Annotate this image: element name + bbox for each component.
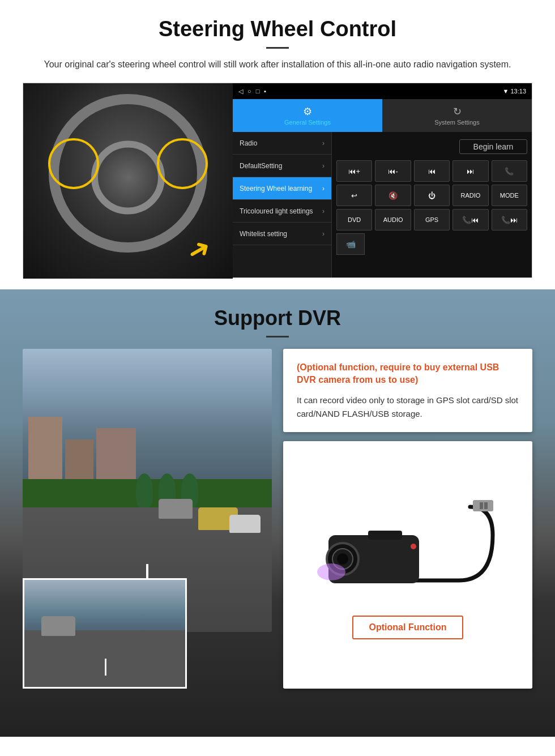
audio-button[interactable]: AUDIO — [375, 209, 411, 230]
optional-function-button[interactable]: Optional Function — [352, 616, 464, 639]
dvd-button[interactable]: DVD — [336, 209, 372, 230]
android-status-bar: ◁ ○ □ ▪ ▼ 13:13 — [233, 83, 532, 99]
menu-item-tricoloured[interactable]: Tricoloured light settings › — [233, 200, 331, 223]
ctrl-row-1: ⏮+ ⏮- ⏮ ⏭ 📞 — [336, 160, 527, 182]
sw-center-hub — [91, 140, 165, 214]
ctrl-row-2: ↩ 🔇 ⏻ RADIO MODE — [336, 185, 527, 206]
steering-section: Steering Wheel Control Your original car… — [0, 0, 555, 289]
tree-1 — [136, 473, 153, 507]
back-icon: ◁ — [238, 88, 243, 95]
ctrl-row-4: 📹 — [336, 233, 527, 255]
dvr-right-panel: (Optional function, require to buy exter… — [283, 349, 532, 689]
dvr-icon-button[interactable]: 📹 — [336, 233, 365, 255]
menu-item-steering-wheel[interactable]: Steering Wheel learning › — [233, 177, 331, 200]
sw-highlight-right — [157, 138, 208, 189]
dvr-camera-area: Optional Function — [283, 441, 532, 689]
gps-button[interactable]: GPS — [414, 209, 450, 230]
control-buttons-grid: ⏮+ ⏮- ⏮ ⏭ 📞 ↩ 🔇 ⏻ RADIO MODE — [336, 160, 527, 255]
vol-down-button[interactable]: ⏮- — [375, 160, 411, 182]
settings-menu-list: Radio › DefaultSetting › Steering Wheel … — [233, 132, 332, 277]
call-button[interactable]: 📞 — [492, 160, 527, 182]
power-button[interactable]: ⏻ — [414, 185, 450, 206]
android-status-right: ▼ 13:13 — [503, 88, 526, 95]
android-nav-icons: ◁ ○ □ ▪ — [238, 88, 266, 95]
steering-controls-panel: Begin learn ⏮+ ⏮- ⏮ ⏭ 📞 — [332, 132, 532, 277]
dvr-body: (Optional function, require to buy exter… — [23, 349, 532, 689]
car-2 — [159, 499, 193, 519]
menu-default-label: DefaultSetting — [240, 162, 282, 170]
android-menu: Radio › DefaultSetting › Steering Wheel … — [233, 132, 532, 277]
dvr-info-text: It can record video only to storage in G… — [297, 394, 519, 421]
call-next-button[interactable]: 📞⏭ — [492, 209, 527, 230]
steering-ui-mockup: ◁ ○ □ ▪ ▼ 13:13 ⚙ General Settings ↻ — [23, 83, 532, 278]
steering-description: Your original car's steering wheel contr… — [34, 58, 521, 71]
chevron-right-icon: › — [322, 230, 325, 238]
dvr-info-box: (Optional function, require to buy exter… — [283, 349, 532, 432]
tab-system-settings[interactable]: ↻ System Settings — [382, 99, 532, 132]
steering-title: Steering Wheel Control — [23, 17, 532, 41]
car-3 — [229, 515, 261, 533]
tab-general-label: General Settings — [284, 119, 331, 126]
system-icon: ↻ — [453, 105, 462, 118]
mute-button[interactable]: 🔇 — [375, 185, 411, 206]
android-tabs: ⚙ General Settings ↻ System Settings — [233, 99, 532, 132]
inset-car — [41, 616, 75, 636]
menu-item-whitelist[interactable]: Whitelist setting › — [233, 223, 331, 245]
begin-learn-button[interactable]: Begin learn — [459, 139, 527, 154]
dvr-optional-heading: (Optional function, require to buy exter… — [297, 361, 519, 387]
home-icon: ○ — [247, 88, 251, 95]
sw-highlight-left — [48, 138, 99, 189]
dvr-inset-view — [23, 578, 187, 689]
mode-button[interactable]: MODE — [492, 185, 527, 206]
dvr-content: Support DVR — [0, 289, 555, 700]
tab-system-label: System Settings — [434, 119, 479, 126]
menu-radio-label: Radio — [240, 139, 257, 147]
menu-steering-label: Steering Wheel learning — [240, 185, 312, 193]
ctrl-row-3: DVD AUDIO GPS 📞⏮ 📞⏭ — [336, 209, 527, 230]
menu-tricoloured-label: Tricoloured light settings — [240, 207, 313, 215]
chevron-right-icon: › — [322, 185, 325, 193]
chevron-right-icon: › — [322, 139, 325, 147]
dvr-title-divider — [266, 336, 289, 338]
chevron-right-icon: › — [322, 162, 325, 170]
dvr-street-area — [23, 349, 272, 689]
menu-whitelist-label: Whitelist setting — [240, 230, 287, 238]
tab-general-settings[interactable]: ⚙ General Settings — [233, 99, 382, 132]
sw-arrow — [170, 233, 227, 267]
svg-point-3 — [337, 553, 348, 565]
dvr-camera-illustration — [311, 490, 504, 609]
svg-point-5 — [411, 544, 416, 549]
radio-button[interactable]: RADIO — [452, 185, 488, 206]
prev-button[interactable]: ⏮ — [414, 160, 450, 182]
next-button[interactable]: ⏭ — [452, 160, 488, 182]
gear-icon: ⚙ — [303, 105, 312, 118]
vol-up-button[interactable]: ⏮+ — [336, 160, 372, 182]
android-ui-panel: ◁ ○ □ ▪ ▼ 13:13 ⚙ General Settings ↻ — [233, 83, 532, 277]
svg-point-6 — [317, 563, 345, 580]
inset-road-line — [105, 659, 106, 676]
hangup-button[interactable]: ↩ — [336, 185, 372, 206]
wifi-icon: ▼ — [503, 88, 509, 95]
call-prev-button[interactable]: 📞⏮ — [452, 209, 488, 230]
steering-wheel-photo — [23, 83, 233, 279]
dvr-section: Support DVR — [0, 289, 555, 737]
status-time: 13:13 — [510, 88, 526, 95]
dvr-title: Support DVR — [23, 306, 532, 330]
svg-rect-1 — [484, 502, 488, 509]
menu-item-radio[interactable]: Radio › — [233, 132, 331, 155]
recent-icon: □ — [256, 88, 260, 95]
menu-item-defaultsetting[interactable]: DefaultSetting › — [233, 155, 331, 177]
steering-wheel-bg — [23, 83, 233, 279]
svg-rect-0 — [480, 502, 483, 509]
title-divider — [266, 47, 289, 49]
svg-rect-4 — [368, 531, 402, 540]
begin-learn-row: Begin learn — [336, 136, 527, 157]
chevron-right-icon: › — [322, 207, 325, 215]
menu-icon: ▪ — [264, 88, 266, 95]
inset-road — [24, 630, 185, 687]
